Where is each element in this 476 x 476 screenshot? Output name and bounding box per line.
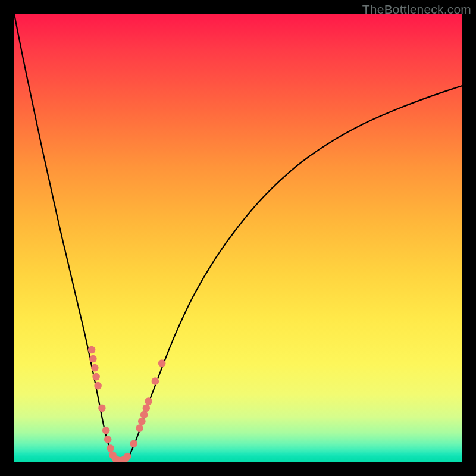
chart-frame: TheBottleneck.com <box>0 0 476 476</box>
bottleneck-curve <box>14 14 462 461</box>
curve-marker <box>152 377 159 385</box>
curve-marker <box>104 436 112 443</box>
curve-marker <box>138 418 146 425</box>
plot-area <box>14 14 462 462</box>
watermark-text: TheBottleneck.com <box>362 2 471 17</box>
curve-marker <box>158 359 166 367</box>
bottleneck-curve-svg <box>14 14 462 462</box>
curve-marker <box>92 373 100 381</box>
curve-marker <box>140 411 148 419</box>
curve-marker <box>107 444 114 452</box>
curve-marker <box>102 427 110 434</box>
curve-marker <box>91 364 99 372</box>
curve-marker <box>124 453 131 461</box>
curve-marker <box>145 397 152 405</box>
curve-marker <box>130 440 137 448</box>
curve-marker <box>143 404 151 412</box>
curve-marker <box>136 424 143 432</box>
curve-marker <box>98 404 106 412</box>
curve-marker <box>94 382 102 390</box>
curve-marker <box>89 355 97 363</box>
curve-marker <box>88 346 96 354</box>
